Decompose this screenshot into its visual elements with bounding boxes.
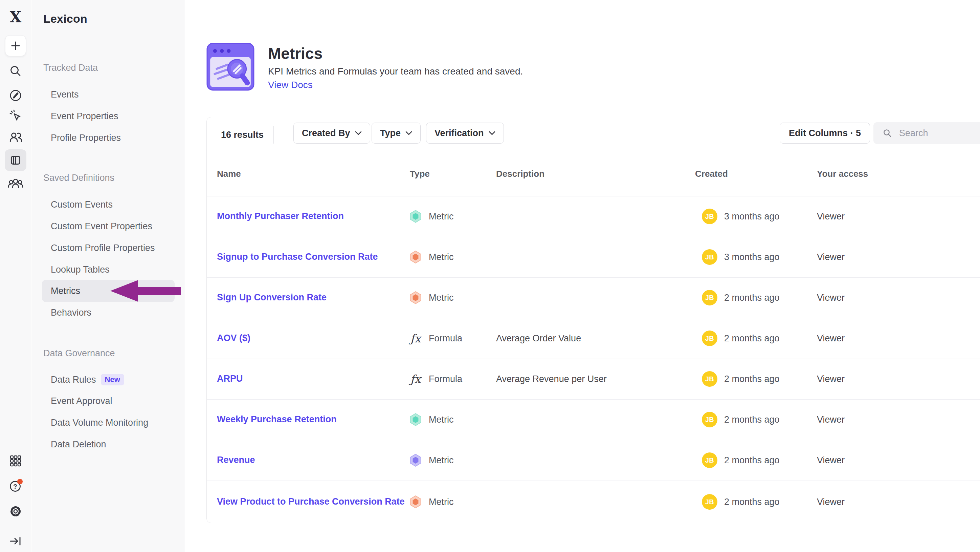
metric-name-link[interactable]: Monthly Purchaser Retention xyxy=(217,196,406,237)
view-docs-link[interactable]: View Docs xyxy=(268,78,523,91)
search-icon xyxy=(882,128,892,138)
cursor-click-icon[interactable] xyxy=(8,108,23,123)
icon-rail: X ? xyxy=(0,0,31,552)
formula-icon: ƒx xyxy=(409,332,423,345)
column-header-your-access[interactable]: Your access xyxy=(817,162,868,185)
plus-icon xyxy=(8,38,23,53)
sidebar-item-custom-events[interactable]: Custom Events xyxy=(51,194,113,215)
created-time: 2 months ago xyxy=(724,293,780,303)
section-saved-definitions: Saved Definitions xyxy=(43,170,115,185)
created-time: 3 months ago xyxy=(724,211,780,222)
column-header-name[interactable]: Name xyxy=(217,162,241,185)
annotation-arrow xyxy=(109,278,182,304)
sidebar-item-event-properties[interactable]: Event Properties xyxy=(51,105,118,127)
avatar: JB xyxy=(702,412,718,428)
avatar: JB xyxy=(702,452,718,468)
lexicon-directory-item[interactable] xyxy=(5,149,26,171)
users-icon[interactable] xyxy=(8,130,23,145)
type-label: Formula xyxy=(429,374,462,384)
table-row-partial xyxy=(207,186,980,196)
compass-icon[interactable] xyxy=(8,88,23,103)
table-row: Sign Up Conversion Rate Metric JB2 month… xyxy=(207,278,980,318)
mixpanel-logo-icon[interactable]: X xyxy=(8,10,23,25)
avatar: JB xyxy=(702,371,718,387)
metric-name-link[interactable]: Weekly Purchase Retention xyxy=(217,399,406,440)
chevron-down-icon xyxy=(406,131,412,135)
access-cell: Viewer xyxy=(817,480,845,523)
type-label: Metric xyxy=(429,211,454,222)
table-row: ARPU ƒx Formula Average Revenue per User… xyxy=(207,359,980,400)
type-label: Metric xyxy=(429,415,454,425)
sidebar-item-behaviors[interactable]: Behaviors xyxy=(51,302,91,324)
type-label: Metric xyxy=(429,252,454,262)
metric-name-link[interactable]: View Product to Purchase Conversion Rate xyxy=(217,480,406,523)
column-header-created[interactable]: Created xyxy=(695,162,728,185)
metric-name-link[interactable]: Sign Up Conversion Rate xyxy=(217,278,406,318)
sidebar-item-lookup-tables[interactable]: Lookup Tables xyxy=(51,259,110,281)
metrics-app-icon xyxy=(207,43,255,92)
filter-created-by[interactable]: Created By xyxy=(293,123,370,144)
cohorts-icon[interactable] xyxy=(8,176,24,192)
page-header: Metrics KPI Metrics and Formulas your te… xyxy=(268,43,523,91)
sidebar-item-custom-profile-properties[interactable]: Custom Profile Properties xyxy=(51,237,155,259)
edit-columns-button[interactable]: Edit Columns · 5 xyxy=(780,123,870,144)
metric-hexagon-icon xyxy=(409,412,423,427)
created-time: 2 months ago xyxy=(724,415,780,425)
table-row: Monthly Purchaser Retention Metric JB3 m… xyxy=(207,196,980,237)
lexicon-sidebar: Lexicon Tracked Data Events Event Proper… xyxy=(32,0,185,552)
sidebar-item-data-deletion[interactable]: Data Deletion xyxy=(51,434,106,455)
results-count: 16 results xyxy=(221,117,264,152)
sidebar-item-events[interactable]: Events xyxy=(51,84,79,105)
rail-divider xyxy=(0,527,31,527)
type-label: Metric xyxy=(429,455,454,466)
table-row: Revenue Metric JB2 months ago Viewer xyxy=(207,440,980,481)
avatar: JB xyxy=(702,330,718,346)
table-row: AOV ($) ƒx Formula Average Order Value J… xyxy=(207,318,980,359)
created-time: 3 months ago xyxy=(724,252,780,262)
search-rail-icon[interactable] xyxy=(8,64,23,78)
avatar: JB xyxy=(702,290,718,305)
created-time: 2 months ago xyxy=(724,497,780,507)
access-cell: Viewer xyxy=(817,237,845,278)
filter-type[interactable]: Type xyxy=(372,123,421,144)
description-cell: Average Revenue per User xyxy=(496,359,607,399)
lexicon-directory-icon xyxy=(8,152,23,168)
access-cell: Viewer xyxy=(817,278,845,318)
column-header-description[interactable]: Description xyxy=(496,162,544,185)
sidebar-item-event-approval[interactable]: Event Approval xyxy=(51,390,112,412)
sidebar-item-custom-event-properties[interactable]: Custom Event Properties xyxy=(51,215,152,237)
avatar: JB xyxy=(702,494,718,510)
help-icon[interactable]: ? xyxy=(8,477,24,494)
chevron-down-icon xyxy=(355,131,362,135)
sidebar-item-profile-properties[interactable]: Profile Properties xyxy=(51,127,121,149)
sidebar-item-data-rules[interactable]: Data RulesNew xyxy=(51,369,124,391)
column-header-type[interactable]: Type xyxy=(410,162,430,185)
sidebar-item-data-volume-monitoring[interactable]: Data Volume Monitoring xyxy=(51,412,148,434)
metric-name-link[interactable]: ARPU xyxy=(217,359,406,399)
metric-name-link[interactable]: Signup to Purchase Conversion Rate xyxy=(217,237,406,278)
metric-hexagon-icon xyxy=(409,250,423,264)
rail-active-highlight xyxy=(5,149,26,171)
metric-name-link[interactable]: Revenue xyxy=(217,440,406,480)
avatar: JB xyxy=(702,209,718,224)
apps-grid-icon[interactable] xyxy=(8,453,23,468)
search-input[interactable] xyxy=(899,128,980,139)
page-subtitle: KPI Metrics and Formulas your team has c… xyxy=(268,64,523,78)
description-cell: Average Order Value xyxy=(496,318,581,359)
sign-out-icon[interactable] xyxy=(8,534,23,549)
formula-icon: ƒx xyxy=(409,373,423,386)
table-search[interactable] xyxy=(873,122,980,144)
metrics-table-card: 16 results Created By Type Verification … xyxy=(207,117,980,523)
settings-gear-icon[interactable] xyxy=(8,504,23,519)
access-cell: Viewer xyxy=(817,196,845,237)
filter-verification[interactable]: Verification xyxy=(426,123,504,144)
metric-name-link[interactable]: AOV ($) xyxy=(217,318,406,359)
metric-hexagon-icon xyxy=(409,495,423,509)
plus-button[interactable] xyxy=(5,35,26,56)
toolbar-divider xyxy=(274,126,274,144)
type-label: Metric xyxy=(429,497,454,507)
section-tracked-data: Tracked Data xyxy=(43,60,98,75)
access-cell: Viewer xyxy=(817,440,845,480)
metric-hexagon-icon xyxy=(409,290,423,305)
sidebar-item-metrics[interactable]: Metrics xyxy=(51,280,80,302)
